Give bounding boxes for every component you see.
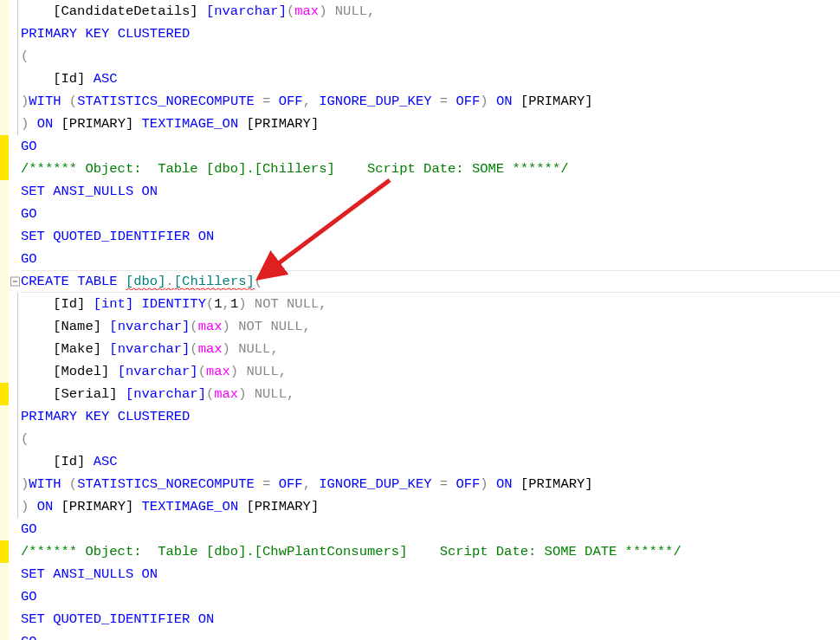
code-line[interactable]: [CandidateDetails] [nvarchar](max) NULL, bbox=[0, 0, 840, 23]
code-line[interactable]: [Id] ASC bbox=[0, 450, 840, 473]
code-line[interactable]: SET QUOTED_IDENTIFIER ON bbox=[0, 225, 840, 248]
code-token: [PRIMARY] bbox=[238, 116, 319, 132]
code-token: [nvarchar] bbox=[126, 386, 206, 402]
code-token: ) bbox=[223, 341, 230, 357]
code-token: /****** Object: Table [dbo].[ChwPlantCon… bbox=[21, 544, 682, 559]
fold-guide-line bbox=[17, 383, 18, 405]
code-token: max bbox=[198, 341, 223, 357]
code-token: ON bbox=[37, 116, 54, 132]
code-token: KEY bbox=[85, 409, 109, 424]
code-line[interactable]: [Model] [nvarchar](max) NULL, bbox=[0, 360, 840, 383]
fold-guide-line bbox=[17, 293, 18, 315]
code-line[interactable]: SET ANSI_NULLS ON bbox=[0, 563, 840, 585]
gutter bbox=[0, 608, 9, 630]
fold-guide-line bbox=[17, 0, 18, 23]
code-line[interactable]: [Id] ASC bbox=[0, 68, 840, 90]
gutter bbox=[0, 495, 9, 518]
code-token: ON bbox=[37, 499, 54, 514]
code-line[interactable]: [Serial] [nvarchar](max) NULL, bbox=[0, 383, 840, 405]
change-marker bbox=[0, 383, 9, 405]
code-token: IGNORE_DUP_KEY bbox=[319, 476, 431, 492]
fold-toggle-icon[interactable] bbox=[10, 277, 20, 287]
code-token: [Make] bbox=[21, 341, 109, 357]
code-token: ANSI_NULLS bbox=[53, 566, 133, 582]
code-token: OFF bbox=[456, 476, 480, 492]
code-token: ) bbox=[21, 116, 29, 132]
code-token bbox=[432, 94, 440, 109]
code-token: max bbox=[206, 364, 230, 379]
code-token: ON bbox=[198, 229, 215, 244]
code-token: [nvarchar] bbox=[109, 341, 190, 357]
code-token: , bbox=[223, 296, 230, 312]
code-token: [CandidateDetails] bbox=[21, 3, 206, 19]
code-token bbox=[488, 94, 496, 109]
code-token: SET bbox=[21, 184, 45, 199]
code-line[interactable]: ) ON [PRIMARY] TEXTIMAGE_ON [PRIMARY] bbox=[0, 113, 840, 135]
code-line[interactable]: PRIMARY KEY CLUSTERED bbox=[0, 405, 840, 428]
code-line[interactable]: [Id] [int] IDENTITY(1,1) NOT NULL, bbox=[0, 293, 840, 315]
code-token bbox=[45, 611, 53, 627]
code-token: PRIMARY bbox=[21, 26, 77, 42]
code-token: ON bbox=[198, 611, 215, 627]
change-marker bbox=[0, 135, 9, 158]
fold-guide-line bbox=[17, 473, 18, 495]
code-token bbox=[133, 184, 141, 199]
code-line[interactable]: /****** Object: Table [dbo].[Chillers] S… bbox=[0, 158, 840, 180]
code-line[interactable]: GO bbox=[0, 135, 840, 158]
code-line[interactable]: SET QUOTED_IDENTIFIER ON bbox=[0, 608, 840, 630]
code-line[interactable]: CREATE TABLE [dbo].[Chillers]( bbox=[0, 270, 840, 293]
code-line[interactable]: GO bbox=[0, 630, 840, 640]
code-token: KEY bbox=[85, 26, 109, 42]
code-token bbox=[61, 94, 69, 109]
code-token: [nvarchar] bbox=[109, 319, 190, 334]
code-token: [int] bbox=[94, 296, 134, 312]
sql-editor[interactable]: [CandidateDetails] [nvarchar](max) NULL,… bbox=[0, 0, 840, 640]
code-token: IGNORE_DUP_KEY bbox=[319, 94, 431, 109]
code-token: ( bbox=[198, 364, 206, 379]
code-line[interactable]: GO bbox=[0, 248, 840, 270]
code-token: [nvarchar] bbox=[118, 364, 198, 379]
code-token bbox=[69, 274, 77, 289]
code-token: [Id] bbox=[21, 296, 94, 312]
code-line[interactable]: SET ANSI_NULLS ON bbox=[0, 180, 840, 203]
fold-guide-line bbox=[17, 360, 18, 383]
code-token: , bbox=[303, 476, 311, 492]
code-token: , bbox=[367, 3, 375, 19]
gutter bbox=[0, 585, 9, 608]
code-line[interactable]: PRIMARY KEY CLUSTERED bbox=[0, 23, 840, 45]
code-token: = bbox=[440, 94, 448, 109]
code-token: ( bbox=[21, 431, 29, 447]
code-token: [PRIMARY] bbox=[513, 94, 593, 109]
code-line[interactable]: ( bbox=[0, 428, 840, 450]
code-token: NOT NULL bbox=[247, 296, 320, 312]
code-token: /****** Object: Table [dbo].[Chillers] S… bbox=[21, 161, 569, 177]
code-token bbox=[109, 26, 117, 42]
code-token: OFF bbox=[279, 94, 303, 109]
code-line[interactable]: )WITH (STATISTICS_NORECOMPUTE = OFF, IGN… bbox=[0, 90, 840, 113]
code-line[interactable]: ( bbox=[0, 45, 840, 68]
code-line[interactable]: [Name] [nvarchar](max) NOT NULL, bbox=[0, 315, 840, 338]
code-token: SET bbox=[21, 611, 45, 627]
code-line[interactable]: /****** Object: Table [dbo].[ChwPlantCon… bbox=[0, 540, 840, 563]
code-token: OFF bbox=[456, 94, 480, 109]
code-token: CLUSTERED bbox=[118, 26, 191, 42]
code-token: NOT NULL bbox=[230, 319, 303, 334]
code-token: [Serial] bbox=[21, 386, 126, 402]
code-line[interactable]: ) ON [PRIMARY] TEXTIMAGE_ON [PRIMARY] bbox=[0, 495, 840, 518]
code-line[interactable]: GO bbox=[0, 585, 840, 608]
code-line[interactable]: GO bbox=[0, 518, 840, 540]
code-line[interactable]: [Make] [nvarchar](max) NULL, bbox=[0, 338, 840, 360]
code-token: ( bbox=[287, 3, 294, 19]
code-token: ) bbox=[21, 476, 29, 492]
gutter bbox=[0, 563, 9, 585]
code-token bbox=[45, 184, 53, 199]
code-line[interactable]: GO bbox=[0, 203, 840, 225]
code-token: , bbox=[279, 364, 287, 379]
code-token: TEXTIMAGE_ON bbox=[142, 499, 239, 514]
code-token bbox=[432, 476, 440, 492]
gutter bbox=[0, 180, 9, 203]
code-token: max bbox=[198, 319, 223, 334]
code-line[interactable]: )WITH (STATISTICS_NORECOMPUTE = OFF, IGN… bbox=[0, 473, 840, 495]
code-token: ON bbox=[496, 476, 513, 492]
code-token bbox=[270, 94, 278, 109]
